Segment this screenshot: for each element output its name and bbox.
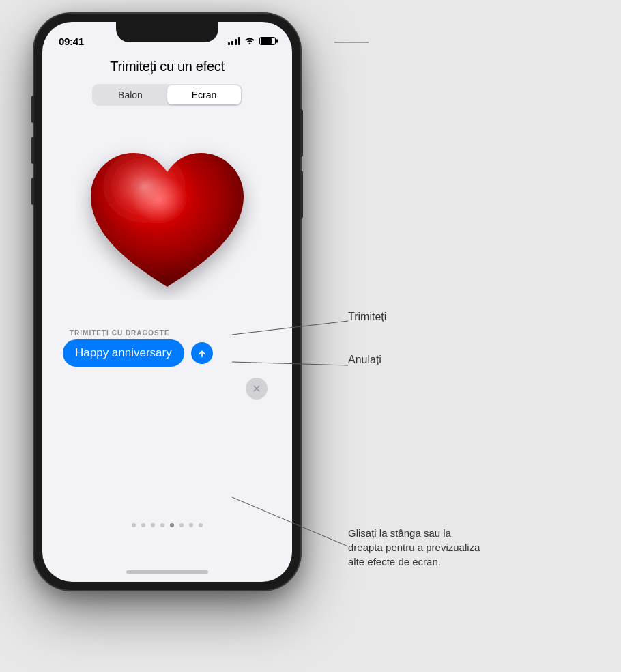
message-area: TRIMITEȚI CU DRAGOSTE Happy anniversary xyxy=(42,329,292,400)
pagination-dots xyxy=(42,523,292,527)
annotation-cancel: Anulați xyxy=(348,354,381,366)
home-indicator xyxy=(126,570,208,574)
dot-5 xyxy=(170,523,174,527)
send-icon xyxy=(197,348,207,359)
annotation-send-text: Trimiteți xyxy=(348,311,386,322)
heart-animation xyxy=(72,124,263,316)
bubble-row: Happy anniversary xyxy=(63,339,213,367)
annotation-swipe: Glisați la stânga sau ladreapta pentru a… xyxy=(348,526,480,569)
status-icons xyxy=(228,36,276,46)
wifi-icon xyxy=(244,36,255,46)
phone-screen: 09:41 Trim xyxy=(42,22,292,582)
annotation-lines-svg xyxy=(334,0,621,672)
annotation-send: Trimiteți xyxy=(348,311,386,323)
cancel-row xyxy=(63,378,268,400)
cancel-icon xyxy=(252,384,261,393)
annotation-cancel-text: Anulați xyxy=(348,354,381,365)
effect-label: TRIMITEȚI CU DRAGOSTE xyxy=(70,329,170,337)
phone-frame: 09:41 Trim xyxy=(34,14,300,590)
status-time: 09:41 xyxy=(59,36,84,47)
dot-6 xyxy=(179,523,184,527)
effect-title: Trimiteți cu un efect xyxy=(110,59,224,74)
dot-2 xyxy=(141,523,145,527)
dot-7 xyxy=(189,523,193,527)
dot-8 xyxy=(199,523,203,527)
screen-content: Trimiteți cu un efect Balon Ecran xyxy=(42,22,292,582)
scene: 09:41 Trim xyxy=(0,0,621,672)
battery-icon xyxy=(259,37,276,45)
cancel-button[interactable] xyxy=(246,378,268,400)
signal-bars-icon xyxy=(228,37,240,45)
send-button[interactable] xyxy=(191,342,213,364)
heart-area xyxy=(42,90,292,350)
message-bubble: Happy anniversary xyxy=(63,339,184,367)
annotation-swipe-text: Glisați la stânga sau ladreapta pentru a… xyxy=(348,527,480,568)
dot-1 xyxy=(132,523,136,527)
dot-3 xyxy=(151,523,155,527)
notch xyxy=(116,22,218,42)
dot-4 xyxy=(160,523,164,527)
annotations: Trimiteți Anulați Glisați la stânga sau … xyxy=(334,0,621,672)
